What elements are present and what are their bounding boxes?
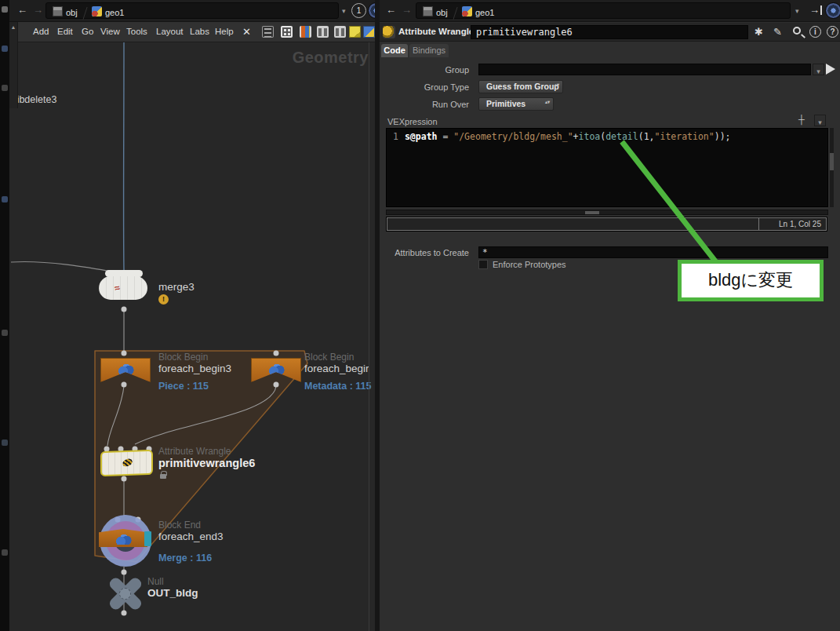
network-editor[interactable]: Geometry tribdelete3 [9,42,375,631]
breadcrumb-obj[interactable]: obj [66,8,78,17]
menu-labs[interactable]: Labs [190,27,209,36]
menu-layout[interactable]: Layout [156,27,184,36]
brush-icon[interactable]: ✎ [773,26,782,38]
tree-list-icon[interactable] [262,26,274,38]
lock-icon [160,474,166,479]
node-header-bar: Attribute Wrangle primitivewrangle6 ✱ ✎ … [380,23,840,42]
code-token: s@path [405,131,438,142]
info-icon[interactable]: i [809,26,821,38]
node-label-primitivewrangle6[interactable]: primitivewrangle6 [158,457,255,469]
warning-badge-icon[interactable]: ! [158,294,169,305]
node-label-foreach-begin-meta[interactable]: foreach_begir [304,363,375,374]
enforce-prototypes-checkbox[interactable] [478,260,488,269]
pin-icon[interactable]: → [809,4,820,16]
shelf-icon[interactable] [2,85,8,91]
run-over-dropdown[interactable]: Primitives ▴▾ [478,97,554,111]
group-input[interactable] [478,64,811,75]
pane-link-icon[interactable] [825,2,840,19]
shelf-icon[interactable] [2,330,8,336]
menu-edit[interactable]: Edit [57,27,73,36]
vex-code-editor[interactable]: 1s@path = "/Geometry/bldg/mesh_"+itoa(de… [386,128,828,207]
editor-vertical-scrollbar[interactable] [830,128,834,207]
snippet-options-icon[interactable]: ┼ [798,115,805,124]
breadcrumb-separator [453,7,457,20]
canvas-edge-line [369,42,369,631]
node-label-out-bldg[interactable]: OUT_bldg [147,587,198,599]
spreadsheet-icon[interactable] [281,26,293,38]
geo-node-icon [92,6,102,16]
breadcrumb[interactable]: obj geo1 [416,2,791,19]
grid-view-icon[interactable] [334,26,346,38]
node-info-piece-count: Piece : 115 [158,381,209,392]
forward-arrow-icon[interactable]: → [33,4,43,16]
attributes-to-create-input[interactable]: * [478,246,828,258]
line-number: 1 [393,131,398,142]
group-type-dropdown[interactable]: Guess from Group ▴▾ [478,80,563,93]
merge-node-icon: ≈ [113,282,121,294]
group-dropdown-icon[interactable]: ▾ [813,64,824,75]
vexpression-label: VEXpression [387,117,438,126]
menu-help[interactable]: Help [215,27,234,36]
search-icon[interactable] [793,27,801,35]
menu-add[interactable]: Add [33,27,49,36]
node-type-label: Block Begin [304,352,354,363]
node-wires [9,42,375,631]
stepper-icon: ▴▾ [555,82,559,87]
node-type-label: Block Begin [158,352,208,363]
back-arrow-icon[interactable]: ← [386,4,396,16]
scrollbar-handle[interactable] [830,153,834,170]
editor-horizontal-scrollbar[interactable] [386,210,828,215]
editor-status-bar: Ln 1, Col 25 [387,217,827,231]
network-menu-bar: Add Edit Go View Tools Layout Labs Help … [9,22,375,42]
scrollbar-handle[interactable] [585,211,599,214]
geo-node-icon [462,6,472,16]
wrangle-bee-icon [122,458,133,468]
cursor-position: Ln 1, Col 25 [758,218,826,230]
path-dropdown-icon[interactable]: ▾ [342,7,346,15]
breadcrumb[interactable]: obj geo1 [45,2,339,19]
grid-view-icon[interactable] [317,26,329,38]
sticky-note-icon[interactable] [349,26,361,38]
breadcrumb-geo[interactable]: geo1 [475,8,494,17]
pin-icon-bar [820,5,822,15]
tools-icon[interactable]: ✕ [242,26,251,38]
pane-number-badge[interactable]: 1 [351,3,366,18]
node-label-foreach-begin3[interactable]: foreach_begin3 [158,363,231,374]
parameter-pane [380,0,840,631]
background-image-icon[interactable] [363,26,375,38]
breadcrumb-geo[interactable]: geo1 [105,8,124,17]
shelf-icon[interactable] [2,196,8,202]
block-end-icon [116,534,132,545]
snippet-dropdown-icon[interactable]: ▾ [814,115,826,126]
shelf-icon[interactable] [2,46,8,52]
node-merge[interactable]: ≈ [99,276,147,300]
shelf-icon[interactable] [2,6,8,13]
node-primitivewrangle6[interactable] [100,450,153,476]
forward-arrow-icon[interactable]: → [402,4,412,16]
help-icon[interactable]: ? [827,26,838,38]
breadcrumb-obj[interactable]: obj [436,8,448,17]
shelf-icon[interactable] [2,440,8,446]
node-label-foreach-end3[interactable]: foreach_end3 [158,531,224,542]
menu-view[interactable]: View [100,27,120,36]
gear-icon[interactable]: ✱ [755,26,763,38]
node-name-input[interactable]: primitivewrangle6 [471,25,748,39]
shelf-icon[interactable] [2,549,8,556]
node-label-merge[interactable]: merge3 [158,281,195,293]
menu-tools[interactable]: Tools [126,27,147,36]
node-type-label: Null [147,576,164,587]
menu-go[interactable]: Go [82,27,93,36]
node-type-title: Attribute Wrangle [398,27,474,36]
color-palette-icon[interactable] [300,26,311,38]
tab-code[interactable]: Code [381,44,408,57]
end-output-tab[interactable] [144,531,151,546]
pane-splitter-handle[interactable]: ▲ [9,22,18,108]
group-select-arrow-icon[interactable] [826,64,835,75]
group-label: Group [381,65,469,75]
stepper-icon: ▴▾ [545,100,550,104]
path-dropdown-icon[interactable]: ▾ [795,7,799,15]
tab-bindings[interactable]: Bindings [409,44,449,57]
back-arrow-icon[interactable]: ← [17,4,27,16]
node-info-merge-count: Merge : 116 [158,553,212,564]
group-type-value: Guess from Group [486,82,559,91]
